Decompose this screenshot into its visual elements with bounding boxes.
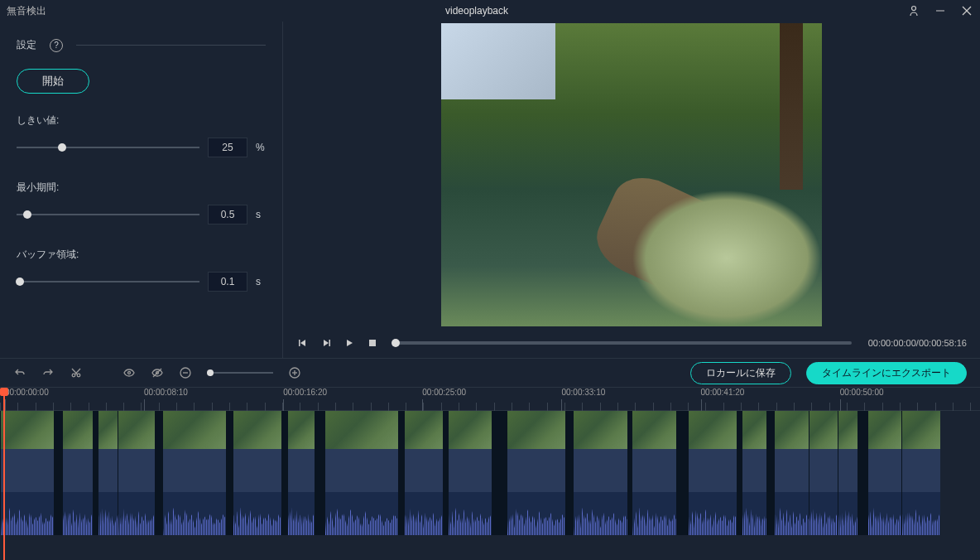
clip[interactable] — [0, 411, 54, 535]
clip-gap — [766, 411, 774, 535]
svg-rect-4 — [299, 340, 300, 346]
settings-panel: 設定 ? 開始 しきい値: % 最小期間: s — [0, 22, 283, 358]
titlebar: 無音検出 videoplayback — [0, 0, 980, 22]
clip[interactable] — [838, 411, 858, 535]
timeline-ruler[interactable]: 00:00:00:0000:00:08:1000:00:16:2000:00:2… — [0, 388, 980, 411]
clip[interactable] — [118, 411, 155, 535]
clip-gap — [398, 411, 404, 535]
clip[interactable] — [742, 411, 766, 535]
progress-bar[interactable] — [396, 341, 852, 345]
ruler-tick: 00:00:33:10 — [561, 388, 605, 397]
clip[interactable] — [287, 411, 315, 535]
app-title: 無音検出 — [7, 4, 46, 18]
clip[interactable] — [774, 411, 808, 535]
svg-point-0 — [912, 7, 916, 11]
clip-gap — [565, 411, 573, 535]
buffer-value[interactable] — [208, 272, 247, 292]
zoom-out-icon[interactable] — [179, 366, 192, 379]
ruler-tick: 00:00:41:20 — [701, 388, 745, 397]
close-icon[interactable] — [960, 4, 973, 17]
stop-icon[interactable] — [366, 336, 379, 350]
clip[interactable] — [98, 411, 118, 535]
threshold-slider[interactable] — [17, 139, 199, 156]
min-duration-unit: s — [256, 209, 266, 220]
redo-icon[interactable] — [41, 366, 55, 379]
timeline: 00:00:00:0000:00:08:1000:00:16:2000:00:2… — [0, 388, 980, 560]
playhead[interactable] — [3, 388, 5, 560]
clip[interactable] — [901, 411, 940, 535]
buffer-label: バッファ領域: — [17, 248, 266, 262]
svg-rect-5 — [329, 340, 331, 346]
clip[interactable] — [233, 411, 281, 535]
start-button[interactable]: 開始 — [17, 69, 89, 94]
clip[interactable] — [324, 411, 398, 535]
clip[interactable] — [162, 411, 226, 535]
min-duration-value[interactable] — [208, 205, 247, 224]
clip[interactable] — [867, 411, 901, 535]
clip[interactable] — [809, 411, 838, 535]
clip[interactable] — [448, 411, 492, 535]
clip-gap — [155, 411, 162, 535]
clip[interactable] — [62, 411, 94, 535]
svg-point-9 — [128, 372, 131, 374]
help-icon[interactable]: ? — [50, 39, 63, 52]
threshold-label: しきい値: — [17, 113, 266, 128]
clip-gap — [226, 411, 232, 535]
prev-frame-icon[interactable] — [296, 336, 310, 350]
ruler-tick: 00:00:16:20 — [283, 388, 327, 397]
export-timeline-button[interactable]: タイムラインにエクスポート — [806, 362, 967, 384]
zoom-in-icon[interactable] — [288, 366, 301, 379]
play-icon[interactable] — [343, 336, 356, 350]
min-duration-slider[interactable] — [17, 206, 199, 223]
param-threshold: しきい値: % — [17, 113, 266, 157]
param-min-duration: 最小期間: s — [17, 181, 266, 224]
clip-gap — [54, 411, 61, 535]
divider — [76, 45, 266, 46]
clip-gap — [281, 411, 287, 535]
buffer-unit: s — [256, 276, 266, 287]
threshold-value[interactable] — [208, 138, 247, 157]
user-icon[interactable] — [907, 4, 920, 17]
threshold-unit: % — [256, 142, 266, 153]
param-buffer: バッファ領域: s — [17, 248, 266, 292]
clip[interactable] — [573, 411, 627, 535]
clip-gap — [858, 411, 867, 535]
video-preview — [441, 23, 822, 326]
clip[interactable] — [507, 411, 565, 535]
video-track[interactable] — [0, 411, 980, 535]
ruler-tick: 00:00:25:00 — [422, 388, 466, 397]
buffer-slider[interactable] — [17, 273, 199, 290]
save-local-button[interactable]: ロカールに保存 — [690, 362, 791, 384]
ruler-tick: 00:00:08:10 — [144, 388, 188, 397]
cut-icon[interactable] — [70, 366, 83, 379]
zoom-slider[interactable] — [207, 372, 273, 374]
ruler-tick: 00:00:50:00 — [840, 388, 884, 397]
svg-rect-6 — [369, 340, 376, 346]
timeline-toolbar: ロカールに保存 タイムラインにエクスポート — [0, 358, 980, 388]
clip[interactable] — [632, 411, 675, 535]
minimize-icon[interactable] — [934, 4, 947, 17]
min-duration-label: 最小期間: — [17, 181, 266, 195]
preview-pane: 00:00:00:00/00:00:58:16 — [283, 22, 980, 358]
next-frame-icon[interactable] — [319, 336, 333, 350]
clip-gap — [492, 411, 507, 535]
eye-icon[interactable] — [122, 366, 136, 379]
eye-off-icon[interactable] — [151, 366, 164, 379]
clip-gap — [676, 411, 688, 535]
clip[interactable] — [404, 411, 443, 535]
timecode: 00:00:00:00/00:00:58:16 — [868, 338, 967, 348]
undo-icon[interactable] — [13, 366, 26, 379]
clip[interactable] — [688, 411, 737, 535]
document-title: videoplayback — [46, 5, 907, 17]
ruler-tick: 00:00:00:00 — [5, 388, 49, 397]
clip-gap — [315, 411, 324, 535]
settings-label: 設定 — [17, 38, 36, 52]
